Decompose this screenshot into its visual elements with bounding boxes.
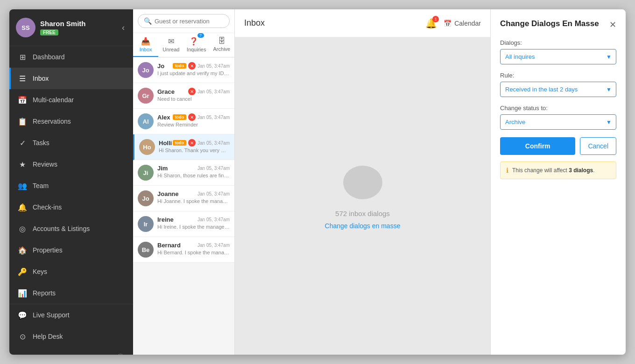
message-preview: Hi Bernard. I spoke the manage... (157, 250, 230, 255)
rule-label: Rule: (500, 72, 616, 79)
dialog-header: Change Dialogs En Masse ✕ (500, 19, 616, 30)
dashboard-icon: ⊞ (18, 52, 27, 62)
sidebar-item-label: Team (33, 182, 49, 189)
avatar: Ir (138, 216, 154, 232)
avatar-initials: SS (16, 18, 35, 37)
close-badge[interactable]: ✕ (188, 139, 196, 147)
sidebar-item-properties[interactable]: 🏠 Properties (9, 239, 133, 261)
dialog-actions: Confirm Cancel (500, 137, 616, 155)
sidebar-nav: ⊞ Dashboard ☰ Inbox 📅 Multi-calendar 📋 R… (9, 46, 133, 304)
sidebar-item-live-support[interactable]: 💬 Live Support (9, 304, 133, 326)
list-item[interactable]: Ji Jim Jan 05, 3:47am Hi Sharon, those r… (133, 160, 234, 186)
header-actions: 🔔 1 📅 Calendar (425, 18, 481, 29)
status-select[interactable]: Archive Unread Read (500, 114, 616, 130)
cancel-button[interactable]: Cancel (580, 137, 616, 155)
properties-icon: 🏠 (18, 245, 27, 255)
close-badge[interactable]: ✕ (188, 113, 196, 121)
close-badge[interactable]: ✕ (188, 62, 196, 70)
dialogs-select[interactable]: All inquires All messages Unread message… (500, 49, 616, 64)
avatar: Jo (138, 190, 154, 206)
sidebar-item-keys[interactable]: 🔑 Keys (9, 261, 133, 282)
sidebar-item-reviews[interactable]: ★ Reviews (9, 154, 133, 175)
message-time: Jan 05, 3:47am (198, 217, 230, 222)
dialog-panel: Change Dialogs En Masse ✕ Dialogs: All i… (490, 9, 626, 355)
todo-badge: todo (173, 63, 187, 69)
sidebar-item-log-out[interactable]: → Log Out i (9, 347, 133, 355)
archive-tab-icon: 🗄 (218, 37, 226, 45)
avatar: Al (138, 113, 154, 129)
message-time: Jan 05, 3:47am (198, 243, 230, 248)
avatar: Jo (138, 62, 154, 78)
main-body: 572 inbox dialogs Change dialogs en mass… (235, 37, 490, 355)
notification-badge: 1 (432, 16, 439, 22)
warning-icon: ℹ (506, 167, 508, 174)
sidebar-item-label: Log Out (33, 354, 56, 355)
avatar: Be (138, 242, 154, 258)
sender-name: Alex (157, 114, 170, 121)
tab-archive[interactable]: 🗄 Archive (209, 33, 234, 57)
sidebar-toggle[interactable]: ‹ (120, 21, 127, 35)
warning-text: This change will affect 3 dialogs. (512, 167, 595, 174)
tab-unread[interactable]: ✉ Unread (158, 33, 183, 57)
sidebar-item-tasks[interactable]: ✓ Tasks (9, 132, 133, 154)
message-time: Jan 05, 3:47am (198, 140, 230, 146)
tab-inquiries[interactable]: ❓ ? Inquiries (184, 33, 209, 57)
sidebar-item-team[interactable]: 👥 Team (9, 175, 133, 196)
inbox-tabs: 📥 Inbox ✉ Unread ❓ ? Inquiries 🗄 Archive (133, 33, 234, 57)
sidebar-header: SS Sharon Smith FREE ‹ (9, 9, 133, 46)
calendar-button[interactable]: 📅 Calendar (444, 20, 481, 27)
sidebar-item-reservations[interactable]: 📋 Reservations (9, 111, 133, 132)
keys-icon: 🔑 (18, 267, 27, 276)
status-field: Change status to: Archive Unread Read ▼ (500, 105, 616, 130)
sidebar-item-accounts[interactable]: ◎ Accounts & Listings (9, 218, 133, 239)
avatar: Ji (138, 165, 154, 181)
list-item[interactable]: Ir Ireine Jan 05, 3:47am Hi Ireine. I sp… (133, 211, 234, 237)
sidebar-item-help-desk[interactable]: ⊙ Help Desk (9, 326, 133, 347)
rule-select[interactable]: Received in the last 2 days Received in … (500, 82, 616, 97)
dialogs-select-wrap: All inquires All messages Unread message… (500, 49, 616, 64)
help-desk-icon: ⊙ (18, 332, 27, 341)
sender-name: Jo (157, 63, 164, 70)
search-input-wrap[interactable]: 🔍 (138, 14, 230, 28)
calendar-label: Calendar (454, 20, 481, 27)
sidebar-item-dashboard[interactable]: ⊞ Dashboard (9, 46, 133, 68)
info-icon[interactable]: i (116, 354, 125, 355)
message-content: Holli todo ✕ Jan 05, 3:47am Hi Sharon. T… (159, 139, 230, 153)
close-badge[interactable]: ✕ (188, 88, 196, 95)
sidebar-item-label: Multi-calendar (33, 96, 74, 104)
list-item[interactable]: Ho Holli todo ✕ Jan 05, 3:47am Hi Sharon… (133, 134, 234, 160)
sidebar-item-label: Inbox (33, 75, 49, 82)
message-content: Joanne Jan 05, 3:47am Hi Joanne. I spoke… (157, 190, 230, 204)
sidebar-item-check-ins[interactable]: 🔔 Check-ins (9, 196, 133, 218)
list-item[interactable]: Jo Joanne Jan 05, 3:47am Hi Joanne. I sp… (133, 186, 234, 211)
list-item[interactable]: Al Alex todo ✕ Jan 05, 3:47am Review Rem… (133, 109, 234, 134)
sidebar-item-multi-calendar[interactable]: 📅 Multi-calendar (9, 89, 133, 111)
inbox-count: 572 inbox dialogs (335, 210, 390, 217)
change-dialogs-link[interactable]: Change dialogs en masse (325, 222, 401, 230)
tab-inbox[interactable]: 📥 Inbox (133, 33, 158, 57)
sidebar: SS Sharon Smith FREE ‹ ⊞ Dashboard ☰ Inb… (9, 9, 133, 355)
live-support-icon: 💬 (18, 310, 27, 320)
unread-tab-icon: ✉ (168, 37, 174, 46)
todo-badge: todo (173, 114, 187, 120)
sidebar-bottom: 💬 Live Support ⊙ Help Desk → Log Out i (9, 304, 133, 355)
sidebar-item-inbox[interactable]: ☰ Inbox (9, 68, 133, 89)
sidebar-item-label: Accounts & Listings (33, 225, 90, 232)
message-time: Jan 05, 3:47am (198, 89, 230, 94)
search-input[interactable] (155, 18, 224, 25)
tab-inbox-label: Inbox (140, 47, 152, 52)
todo-badge: todo (173, 140, 187, 146)
list-item[interactable]: Be Bernard Jan 05, 3:47am Hi Bernard. I … (133, 237, 234, 263)
message-content: Alex todo ✕ Jan 05, 3:47am Review Remind… (157, 113, 230, 127)
confirm-button[interactable]: Confirm (500, 137, 575, 155)
sender-name: Joanne (157, 190, 179, 197)
sidebar-item-reports[interactable]: 📊 Reports (9, 282, 133, 304)
message-content: Grace ✕ Jan 05, 3:47am Need to cancel (157, 88, 230, 102)
list-item[interactable]: Gr Grace ✕ Jan 05, 3:47am Need to cancel (133, 83, 234, 109)
sidebar-item-label: Reports (33, 289, 56, 297)
message-preview: Hi Joanne. I spoke the manager... (157, 198, 230, 204)
user-info: Sharon Smith FREE (40, 20, 120, 36)
list-item[interactable]: Jo Jo todo ✕ Jan 05, 3:47am I just updat… (133, 57, 234, 83)
inbox-tab-icon: 📥 (141, 37, 150, 46)
close-button[interactable]: ✕ (609, 20, 616, 30)
